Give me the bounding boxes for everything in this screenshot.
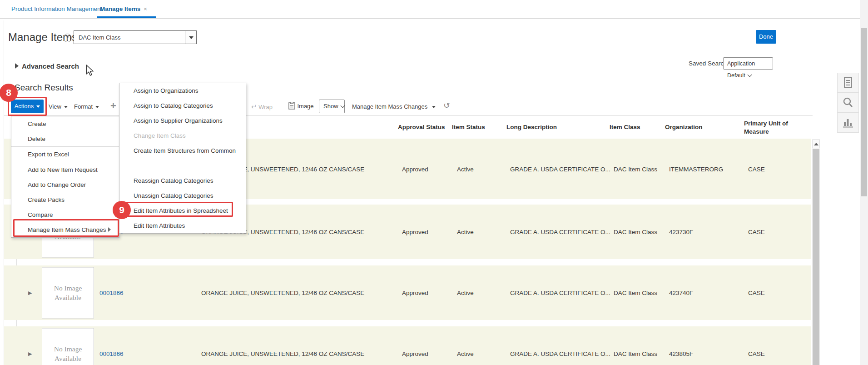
approval-status: Approved xyxy=(402,165,428,172)
format-label: Format xyxy=(74,103,93,110)
col-header-organization[interactable]: Organization xyxy=(665,124,703,130)
item-status: Active xyxy=(457,229,474,235)
item-status: Active xyxy=(457,165,474,172)
advanced-search-link[interactable]: Advanced Search xyxy=(22,62,79,70)
item-class-select[interactable]: DAC Item Class xyxy=(74,30,185,44)
item-number-link[interactable]: 0001866 xyxy=(99,290,124,296)
caret-down-icon xyxy=(95,106,99,108)
menu-item-create-packs[interactable]: Create Packs xyxy=(11,192,119,207)
refresh-icon[interactable]: ↺ xyxy=(443,100,450,110)
long-description: GRADE A. USDA CERTIFICATE O... xyxy=(510,229,610,235)
caret-down-icon xyxy=(432,106,436,108)
format-menu-button[interactable]: Format xyxy=(74,103,99,110)
tab-product-information-management[interactable]: Product Information Management xyxy=(11,5,102,12)
submenu-item-change-item-class: Change Item Class xyxy=(119,128,246,143)
wrap-label: Wrap xyxy=(258,104,273,110)
top-tab-bar: Product Information Management Manage It… xyxy=(0,0,868,19)
approval-status: Approved xyxy=(402,229,428,235)
wrap-icon: ↵ xyxy=(251,103,257,110)
mouse-cursor xyxy=(85,65,94,76)
row-expand-icon[interactable]: ▶ xyxy=(28,290,32,296)
saved-search-select[interactable]: Application Default xyxy=(723,57,773,70)
table-scrollbar-up-button[interactable] xyxy=(812,140,820,148)
submenu-item-edit-item-attributes[interactable]: Edit Item Attributes xyxy=(119,218,246,233)
dock-search-button[interactable] xyxy=(837,93,859,113)
col-header-primary-uom[interactable]: Primary Unit of Measure xyxy=(744,120,794,135)
wrap-button: ↵ Wrap xyxy=(251,103,273,111)
page-scrollbar-thumb[interactable] xyxy=(861,28,867,196)
annotation-box-mass-changes xyxy=(13,219,119,237)
table-scrollbar-thumb[interactable] xyxy=(813,149,819,365)
submenu-item-assign-to-catalog-categories[interactable]: Assign to Catalog Categories xyxy=(119,98,246,113)
organization: 423740F xyxy=(669,290,693,296)
no-image-text: No Image Available xyxy=(50,345,86,363)
tab-manage-items[interactable]: Manage Items× xyxy=(100,5,147,12)
annotation-step-9: 9 xyxy=(113,201,131,219)
primary-uom: CASE xyxy=(748,350,765,357)
col-header-long-description[interactable]: Long Description xyxy=(506,124,557,130)
no-image-placeholder: No Image Available xyxy=(42,328,94,365)
no-image-placeholder: No Image Available xyxy=(42,267,94,319)
arrow-up-icon xyxy=(814,143,818,145)
view-label: View xyxy=(49,103,61,110)
primary-uom: CASE xyxy=(748,290,765,296)
menu-item-add-to-new-item-request[interactable]: Add to New Item Request xyxy=(11,162,119,177)
row-expand-icon[interactable]: ▶ xyxy=(28,351,32,357)
help-icon[interactable]: ? xyxy=(63,34,72,42)
add-row-icon[interactable]: + xyxy=(110,100,116,112)
saved-search-label: Saved Search xyxy=(689,60,727,67)
menu-item-delete[interactable]: Delete xyxy=(11,131,119,146)
submenu-spacer xyxy=(119,158,246,173)
long-description: GRADE A. USDA CERTIFICATE O... xyxy=(510,290,610,296)
col-header-item-status[interactable]: Item Status xyxy=(452,124,485,130)
submenu-item-create-item-structures-from-common[interactable]: Create Item Structures from Common xyxy=(119,143,246,158)
no-image-text: No Image Available xyxy=(50,284,86,302)
image-button[interactable]: Image xyxy=(288,102,314,110)
submenu-item-assign-to-organizations[interactable]: Assign to Organizations xyxy=(119,83,246,98)
image-label: Image xyxy=(297,103,313,110)
dock-reports-button[interactable] xyxy=(837,113,859,133)
tab-close-icon[interactable]: × xyxy=(144,5,147,12)
search-icon xyxy=(842,97,854,109)
organization: 423730F xyxy=(669,229,693,235)
menu-item-export-to-excel[interactable]: Export to Excel xyxy=(11,147,119,162)
item-class: DAC Item Class xyxy=(614,350,657,357)
approval-status: Approved xyxy=(402,350,428,357)
chevron-down-icon xyxy=(340,104,345,108)
done-button[interactable]: Done xyxy=(756,30,776,44)
item-description: ORANGE JUICE, UNSWEETENED, 12/46 OZ CANS… xyxy=(201,290,364,296)
submenu-item-assign-to-supplier-organizations[interactable]: Assign to Supplier Organizations xyxy=(119,113,246,128)
annotation-step-8: 8 xyxy=(0,84,18,102)
bar-chart-icon xyxy=(843,117,853,128)
submenu-item-unassign-catalog-categories[interactable]: Unassign Catalog Categories xyxy=(119,188,246,203)
col-header-approval-status[interactable]: Approval Status xyxy=(398,124,445,130)
item-class-select-button[interactable] xyxy=(185,30,197,44)
caret-down-icon xyxy=(64,106,68,108)
panel-right-border xyxy=(826,20,826,365)
mass-changes-toolbar-label: Manage Item Mass Changes xyxy=(352,103,427,110)
item-class: DAC Item Class xyxy=(614,165,657,172)
tab-manage-items-label: Manage Items xyxy=(100,5,140,12)
mass-changes-toolbar-menu[interactable]: Manage Item Mass Changes xyxy=(352,103,436,110)
item-number-link[interactable]: 0001866 xyxy=(99,350,124,357)
submenu-item-reassign-catalog-categories[interactable]: Reassign Catalog Categories xyxy=(119,173,246,188)
advanced-search-expand-icon[interactable] xyxy=(15,63,19,69)
table-row[interactable]: ▶ No Image Available 0001866 ORANGE JUIC… xyxy=(4,265,811,320)
primary-uom: CASE xyxy=(748,165,765,172)
search-results-title: Search Results xyxy=(15,83,73,93)
primary-uom: CASE xyxy=(748,229,765,235)
annotation-box-edit-spreadsheet xyxy=(126,202,233,217)
show-label: Show xyxy=(323,103,338,110)
menu-item-add-to-change-order[interactable]: Add to Change Order xyxy=(11,177,119,192)
long-description: GRADE A. USDA CERTIFICATE O... xyxy=(510,165,610,172)
table-row[interactable]: ▶ No Image Available 0001866 ORANGE JUIC… xyxy=(4,326,811,365)
view-menu-button[interactable]: View xyxy=(49,103,68,110)
show-select[interactable]: Show xyxy=(319,100,345,113)
col-header-item-class[interactable]: Item Class xyxy=(610,124,640,130)
document-icon xyxy=(843,77,853,89)
menu-item-create[interactable]: Create xyxy=(11,116,119,131)
organization: ITEMMASTERORG xyxy=(669,165,723,172)
dock-attachments-button[interactable] xyxy=(837,73,859,93)
clipboard-icon xyxy=(288,102,295,110)
approval-status: Approved xyxy=(402,290,428,296)
